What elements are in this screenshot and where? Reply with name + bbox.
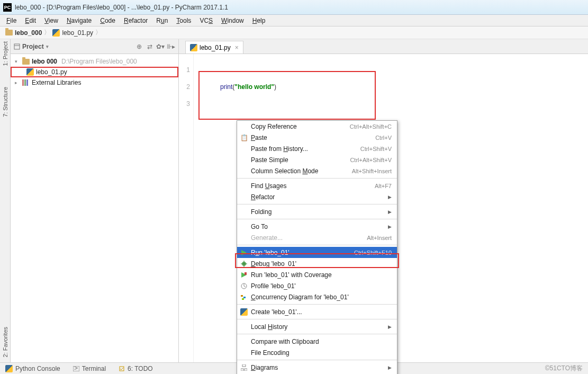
editor-tab-lebo01[interactable]: lebo_01.py × bbox=[185, 41, 243, 54]
menu-edit[interactable]: Edit bbox=[21, 16, 40, 25]
python-file-icon bbox=[26, 68, 34, 76]
separator bbox=[237, 204, 397, 204]
separator bbox=[237, 245, 397, 245]
status-python-console[interactable]: Python Console bbox=[5, 365, 60, 372]
status-terminal[interactable]: >_Terminal bbox=[73, 365, 106, 372]
close-tab-icon[interactable]: × bbox=[235, 44, 239, 51]
svg-rect-15 bbox=[243, 297, 246, 298]
ctx-diagrams[interactable]: Diagrams▶ bbox=[237, 362, 397, 373]
ctx-folding[interactable]: Folding▶ bbox=[237, 206, 397, 217]
separator bbox=[237, 360, 397, 360]
tab-project[interactable]: 1: Project bbox=[2, 41, 8, 66]
svg-marker-5 bbox=[241, 250, 247, 255]
breadcrumb: lebo_000 〉 lebo_01.py 〉 bbox=[0, 26, 588, 39]
chevron-right-icon: 〉 bbox=[95, 28, 102, 37]
menu-run[interactable]: Run bbox=[152, 16, 172, 25]
sidebar-title[interactable]: Project ▾ bbox=[14, 43, 133, 50]
menu-tools[interactable]: Tools bbox=[172, 16, 195, 25]
project-view-icon bbox=[14, 43, 20, 50]
editor-tabs: lebo_01.py × bbox=[179, 39, 588, 54]
python-icon bbox=[5, 365, 13, 372]
left-tool-tabs: 1: Project 7: Structure 2: Favorites bbox=[0, 39, 11, 362]
svg-rect-14 bbox=[241, 295, 243, 297]
menu-file[interactable]: File bbox=[2, 16, 21, 25]
window-title: lebo_000 - [D:\Program Files\lebo_000] -… bbox=[15, 4, 228, 11]
ctx-file-encoding[interactable]: File Encoding bbox=[237, 347, 397, 358]
ctx-refactor[interactable]: Refactor▶ bbox=[237, 191, 397, 202]
ctx-find-usages[interactable]: Find UsagesAlt+F7 bbox=[237, 180, 397, 191]
svg-text:>_: >_ bbox=[74, 366, 79, 371]
status-todo[interactable]: 6: TODO bbox=[119, 365, 153, 372]
separator bbox=[237, 178, 397, 179]
separator bbox=[237, 319, 397, 319]
menu-help[interactable]: Help bbox=[248, 16, 270, 25]
titlebar: PC lebo_000 - [D:\Program Files\lebo_000… bbox=[0, 0, 588, 15]
project-sidebar: Project ▾ ⊕ ⇄ ✿▾ ⊪▸ ▾ lebo 000 D:\Progra… bbox=[11, 39, 179, 362]
sidebar-header: Project ▾ ⊕ ⇄ ✿▾ ⊪▸ bbox=[11, 39, 178, 54]
menu-vcs[interactable]: VCS bbox=[195, 16, 217, 25]
expand-arrow-icon[interactable]: ▾ bbox=[15, 59, 20, 64]
python-file-icon bbox=[190, 44, 197, 51]
tab-structure[interactable]: 7: Structure bbox=[2, 87, 8, 117]
ctx-run-coverage[interactable]: Run 'lebo_01' with Coverage bbox=[237, 269, 397, 280]
ctx-generate: Generate...Alt+Insert bbox=[237, 232, 397, 243]
expand-arrow-icon[interactable]: ▸ bbox=[15, 80, 20, 85]
watermark: ©51CTO博客 bbox=[545, 364, 583, 373]
breadcrumb-project[interactable]: lebo_000 bbox=[5, 29, 42, 37]
line-gutter: 1 2 3 bbox=[179, 54, 194, 362]
project-tree: ▾ lebo 000 D:\Program Files\lebo_000 leb… bbox=[11, 54, 178, 90]
menu-code[interactable]: Code bbox=[96, 16, 120, 25]
debug-icon bbox=[240, 260, 248, 268]
tree-root[interactable]: ▾ lebo 000 D:\Program Files\lebo_000 bbox=[11, 56, 178, 67]
ctx-local-history[interactable]: Local History▶ bbox=[237, 321, 397, 332]
separator bbox=[237, 304, 397, 305]
svg-rect-19 bbox=[245, 369, 247, 371]
python-icon bbox=[240, 308, 248, 316]
ctx-run[interactable]: Run 'lebo_01'Ctrl+Shift+F10 bbox=[237, 247, 397, 258]
hide-icon[interactable]: ⊪▸ bbox=[167, 42, 175, 51]
settings-icon[interactable]: ⇄ bbox=[146, 42, 154, 51]
menu-window[interactable]: Window bbox=[217, 16, 248, 25]
tab-favorites[interactable]: 2: Favorites bbox=[2, 327, 8, 357]
svg-rect-17 bbox=[242, 364, 246, 367]
ctx-column-selection[interactable]: Column Selection ModeAlt+Shift+Insert bbox=[237, 165, 397, 176]
tree-external-libs[interactable]: ▸ External Libraries bbox=[11, 77, 178, 88]
coverage-icon bbox=[240, 271, 248, 279]
separator bbox=[237, 334, 397, 334]
python-file-icon bbox=[52, 29, 60, 37]
breadcrumb-file[interactable]: lebo_01.py bbox=[52, 29, 93, 37]
collapse-icon[interactable]: ⊕ bbox=[135, 42, 143, 51]
ctx-paste-simple[interactable]: Paste SimpleCtrl+Alt+Shift+V bbox=[237, 154, 397, 165]
menubar: File Edit View Navigate Code Refactor Ru… bbox=[0, 15, 588, 26]
tree-file-lebo01[interactable]: lebo_01.py bbox=[11, 67, 178, 77]
ctx-compare-clipboard[interactable]: Compare with Clipboard bbox=[237, 336, 397, 347]
gear-icon[interactable]: ✿▾ bbox=[156, 42, 165, 51]
folder-icon bbox=[5, 30, 13, 35]
diagram-icon bbox=[240, 363, 248, 372]
separator bbox=[237, 219, 397, 219]
ctx-create[interactable]: Create 'lebo_01'... bbox=[237, 306, 397, 317]
menu-view[interactable]: View bbox=[40, 16, 62, 25]
context-menu: Copy ReferenceCtrl+Alt+Shift+C 📋PasteCtr… bbox=[237, 120, 397, 374]
library-icon bbox=[22, 79, 30, 86]
svg-rect-18 bbox=[241, 369, 243, 371]
run-icon bbox=[240, 248, 248, 257]
ctx-profile[interactable]: Profile 'lebo_01' bbox=[237, 280, 397, 291]
svg-rect-10 bbox=[245, 272, 247, 275]
ctx-copy-reference[interactable]: Copy ReferenceCtrl+Alt+Shift+C bbox=[237, 121, 397, 132]
concurrency-icon bbox=[240, 293, 248, 301]
ctx-debug[interactable]: Debug 'lebo_01' bbox=[237, 258, 397, 269]
menu-refactor[interactable]: Refactor bbox=[120, 16, 152, 25]
folder-icon bbox=[22, 59, 30, 65]
ctx-goto[interactable]: Go To▶ bbox=[237, 221, 397, 232]
svg-rect-0 bbox=[14, 44, 20, 49]
svg-rect-16 bbox=[242, 298, 244, 300]
menu-navigate[interactable]: Navigate bbox=[62, 16, 96, 25]
ctx-paste-history[interactable]: Paste from History...Ctrl+Shift+V bbox=[237, 143, 397, 154]
pycharm-icon: PC bbox=[3, 3, 12, 12]
svg-rect-4 bbox=[26, 79, 28, 86]
ctx-concurrency[interactable]: Concurrency Diagram for 'lebo_01' bbox=[237, 291, 397, 302]
terminal-icon: >_ bbox=[73, 366, 79, 371]
ctx-paste[interactable]: 📋PasteCtrl+V bbox=[237, 132, 397, 143]
profile-icon bbox=[240, 282, 248, 290]
